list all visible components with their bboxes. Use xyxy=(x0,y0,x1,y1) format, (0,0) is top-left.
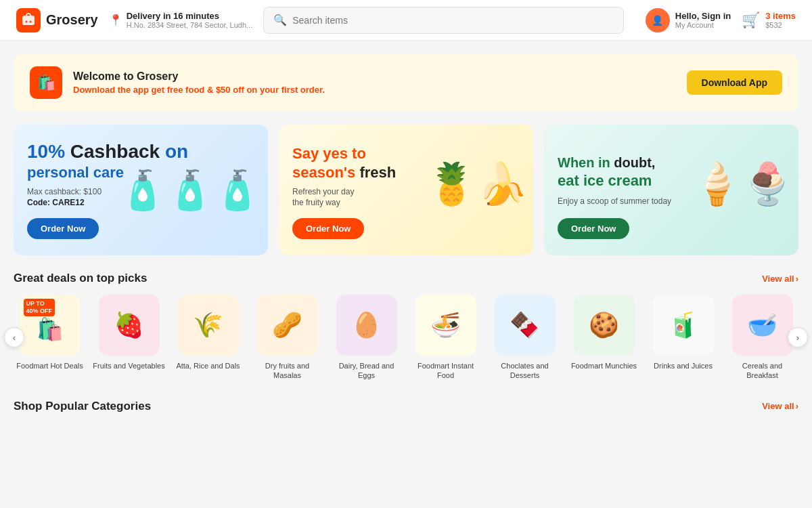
account-sub: My Account xyxy=(675,21,731,29)
category-image: 🍫 xyxy=(495,295,556,356)
logo-icon xyxy=(16,8,41,33)
logo[interactable]: Grosery xyxy=(16,8,98,33)
categories-carousel: ‹ UP TO40% OFF 🛍️ Foodmart Hot Deals 🍓 xyxy=(14,295,798,381)
search-bar[interactable]: 🔍 xyxy=(263,7,624,34)
account-avatar: 👤 xyxy=(646,8,670,33)
category-image: 🥣 xyxy=(732,295,793,356)
header-right: 👤 Hello, Sign in My Account 🛒 3 items $5… xyxy=(646,8,796,33)
category-label: Choclates and Desserts xyxy=(489,361,561,381)
welcome-title: Welcome to Grosery xyxy=(73,70,676,83)
promo-card-fruits: Say yes to season's fresh Refresh your d… xyxy=(279,125,533,255)
category-label: Atta, Rice and Dals xyxy=(176,361,240,371)
welcome-subtitle: Download the app get free food & $50 off… xyxy=(73,85,676,95)
search-icon: 🔍 xyxy=(273,14,287,26)
category-emoji: 🌾 xyxy=(193,311,223,339)
welcome-sub-highlight: $50 xyxy=(216,85,231,95)
category-item[interactable]: 🥚 Dairy, Bread and Eggs xyxy=(330,295,403,381)
promo-grid: 10% Cashback on personal care Max cashba… xyxy=(14,125,798,255)
popular-section: Shop Popular Categories View all › xyxy=(14,400,798,413)
category-item[interactable]: 🍪 Foodmart Munchies xyxy=(568,295,640,381)
cart-icon: 🛒 xyxy=(742,12,760,28)
delivery-address: H.No. 2834 Street, 784 Sector, Ludh... xyxy=(127,21,253,29)
promo3-order-button[interactable]: Order Now xyxy=(558,218,629,239)
category-image: 🥚 xyxy=(336,295,397,356)
svg-rect-0 xyxy=(22,16,35,25)
welcome-sub-plain: Download the app get free food & xyxy=(73,85,216,95)
promo3-when-in: When in xyxy=(558,155,610,170)
deals-view-all[interactable]: View all › xyxy=(762,274,798,284)
promo1-tag-text: Cashback on xyxy=(70,141,188,162)
welcome-banner: 🛍️ Welcome to Grosery Download the app g… xyxy=(14,54,798,111)
cart-button[interactable]: 🛒 3 items $532 xyxy=(742,11,796,29)
svg-point-1 xyxy=(26,20,28,22)
promo1-image: 🧴🧴🧴 xyxy=(119,168,261,213)
deals-section: Great deals on top picks View all › ‹ UP… xyxy=(14,272,798,381)
cart-label: 3 items xyxy=(765,11,796,21)
carousel-next-button[interactable]: › xyxy=(788,327,808,347)
category-item[interactable]: 🍫 Choclates and Desserts xyxy=(489,295,561,381)
promo1-order-button[interactable]: Order Now xyxy=(27,218,99,239)
category-emoji: 🍪 xyxy=(589,311,619,339)
account-button[interactable]: 👤 Hello, Sign in My Account xyxy=(646,8,731,33)
category-emoji: 🍓 xyxy=(114,311,144,339)
cart-price: $532 xyxy=(765,21,796,29)
category-item[interactable]: UP TO40% OFF 🛍️ Foodmart Hot Deals xyxy=(14,295,86,381)
welcome-text: Welcome to Grosery Download the app get … xyxy=(73,70,676,95)
category-item[interactable]: 🍜 Foodmart Instant Food xyxy=(409,295,482,381)
popular-title: Shop Popular Categories xyxy=(14,400,151,413)
category-label: Dairy, Bread and Eggs xyxy=(330,361,403,381)
deals-section-header: Great deals on top picks View all › xyxy=(14,272,798,285)
promo2-image: 🍍🍌 xyxy=(426,159,528,207)
category-image: 🍓 xyxy=(99,295,160,356)
welcome-icon: 🛍️ xyxy=(30,66,62,99)
deals-title: Great deals on top picks xyxy=(14,272,147,285)
popular-view-all[interactable]: View all › xyxy=(762,401,798,411)
category-label: Dry fruits and Masalas xyxy=(251,361,323,381)
promo-card-icecream: When in doubt, eat ice cream Enjoy a sco… xyxy=(544,125,798,255)
category-image: 🌾 xyxy=(178,295,239,356)
main-content: 🛍️ Welcome to Grosery Download the app g… xyxy=(14,41,798,436)
category-emoji: 🍫 xyxy=(510,311,540,339)
category-emoji: 🧃 xyxy=(668,311,698,339)
delivery-title: Delivery in 16 minutes xyxy=(127,11,253,21)
download-app-button[interactable]: Download App xyxy=(687,70,782,95)
category-label: Foodmart Instant Food xyxy=(409,361,482,381)
location-icon: 📍 xyxy=(109,14,122,26)
category-emoji: 🥣 xyxy=(747,311,777,339)
cart-icon-wrap: 🛒 xyxy=(742,12,760,29)
account-hello: Hello, Sign in xyxy=(675,11,731,21)
popular-section-header: Shop Popular Categories View all › xyxy=(14,400,798,413)
category-emoji: 🍜 xyxy=(430,311,461,339)
categories-row: UP TO40% OFF 🛍️ Foodmart Hot Deals 🍓 Fru… xyxy=(14,295,798,381)
promo-card-personal-care: 10% Cashback on personal care Max cashba… xyxy=(14,125,268,255)
svg-point-2 xyxy=(30,20,32,22)
category-item[interactable]: 🌾 Atta, Rice and Dals xyxy=(172,295,244,381)
delivery-info[interactable]: 📍 Delivery in 16 minutes H.No. 2834 Stre… xyxy=(109,11,253,29)
search-input[interactable] xyxy=(292,15,614,26)
category-label: Fruits and Vegetables xyxy=(93,361,164,371)
hot-deals-badge: UP TO40% OFF xyxy=(24,299,55,316)
category-image: 🍜 xyxy=(415,295,476,356)
category-item[interactable]: 🍓 Fruits and Vegetables xyxy=(93,295,165,381)
category-image: 🧃 xyxy=(653,295,714,356)
promo2-fresh: fresh xyxy=(359,164,396,181)
category-label: Foodmart Hot Deals xyxy=(16,361,83,371)
promo2-order-button[interactable]: Order Now xyxy=(292,218,364,239)
category-item[interactable]: 🥜 Dry fruits and Masalas xyxy=(251,295,323,381)
carousel-prev-button[interactable]: ‹ xyxy=(4,327,24,347)
logo-text: Grosery xyxy=(46,12,98,28)
category-emoji: 🥚 xyxy=(351,311,382,339)
promo3-image: 🍦🍨 xyxy=(692,159,793,207)
category-label: Drinks and Juices xyxy=(654,361,713,371)
promo2-seasons: season's xyxy=(292,164,355,181)
category-image: UP TO40% OFF 🛍️ xyxy=(20,295,81,356)
promo2-say-yes: Say yes to xyxy=(292,145,366,162)
category-item[interactable]: 🧃 Drinks and Juices xyxy=(647,295,719,381)
category-image: 🍪 xyxy=(574,295,635,356)
welcome-sub-end: off on your first order. xyxy=(231,85,325,95)
category-label: Cereals and Breakfast xyxy=(726,361,798,381)
promo3-doubt: doubt, xyxy=(614,155,655,170)
promo1-tag: 10% xyxy=(27,141,65,162)
category-emoji: 🥜 xyxy=(272,311,302,339)
category-label: Foodmart Munchies xyxy=(571,361,637,371)
